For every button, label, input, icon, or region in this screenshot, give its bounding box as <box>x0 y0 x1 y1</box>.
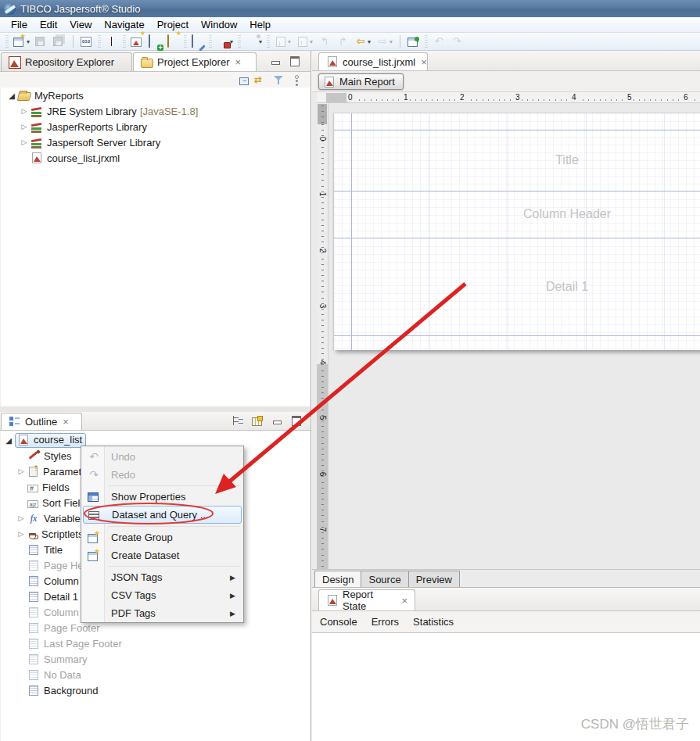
new-style-button[interactable] <box>165 34 181 49</box>
menu-item-show-properties[interactable]: Show Properties <box>83 488 242 506</box>
band-boundary-column-header[interactable] <box>334 238 700 238</box>
menu-item-pdf-tags[interactable]: PDF Tags ▶ <box>83 604 242 622</box>
minimize-panel-icon[interactable] <box>270 55 281 65</box>
menu-item-csv-tags[interactable]: CSV Tags ▶ <box>83 586 242 604</box>
tree-item-course-list-jrxml[interactable]: course_list.jrxml <box>1 150 310 166</box>
design-canvas-zone: 0 1 2 3 4 5 6 0 1 2 3 4 5 6 7 <box>312 92 700 569</box>
menu-help[interactable]: Help <box>243 17 277 32</box>
close-tab-icon[interactable]: × <box>401 595 407 607</box>
tree-item-jasperreports-library[interactable]: ▷ JasperReports Library <box>1 119 310 134</box>
undo-button[interactable]: ↶ <box>431 34 447 49</box>
menu-edit[interactable]: Edit <box>34 17 63 32</box>
import-icon <box>276 37 285 47</box>
expander-icon[interactable]: ▷ <box>15 467 27 475</box>
menu-item-create-group[interactable]: Create Group <box>83 528 242 546</box>
back-curved-icon: ↰ <box>318 35 331 48</box>
binary-file-button[interactable]: 010 <box>79 34 95 49</box>
tab-outline[interactable]: Outline × <box>1 413 82 430</box>
maximize-panel-icon[interactable] <box>289 55 300 65</box>
back-history-button[interactable]: ⇦▾ <box>353 34 372 49</box>
band-icon <box>29 639 38 649</box>
menu-item-dataset-and-query[interactable]: Dataset and Query ... <box>83 506 242 524</box>
tree-item-jaspersoft-server-library[interactable]: ▷ Jaspersoft Server Library <box>1 134 310 150</box>
report-state-links: Console Errors Statistics <box>312 611 700 632</box>
new-datasource-button[interactable] <box>147 34 163 49</box>
outline-item-background-band[interactable]: Background <box>1 682 310 698</box>
close-tab-icon[interactable]: × <box>63 416 69 428</box>
restore-panel-icon[interactable] <box>290 415 301 424</box>
tab-label: Repository Explorer <box>25 56 114 68</box>
import-button[interactable]: ▾ <box>273 34 293 49</box>
close-tab-icon[interactable]: × <box>235 56 241 68</box>
collapse-all-icon[interactable] <box>239 77 249 85</box>
main-report-button[interactable]: Main Report <box>318 73 404 90</box>
tab-design[interactable]: Design <box>314 571 361 587</box>
redo-button[interactable]: ↷ <box>449 34 465 49</box>
menu-item-create-dataset[interactable]: Create Dataset <box>83 546 242 564</box>
next-edit-forward-button[interactable]: ↱ <box>335 34 350 49</box>
band-boundary-detail[interactable] <box>334 335 700 336</box>
link-statistics[interactable]: Statistics <box>413 616 454 628</box>
save-all-button[interactable] <box>52 34 67 49</box>
edit-datasource-button[interactable] <box>190 34 206 49</box>
submenu-arrow-icon: ▶ <box>230 574 235 582</box>
menu-view[interactable]: View <box>63 17 98 32</box>
menu-item-json-tags[interactable]: JSON Tags ▶ <box>83 568 242 586</box>
tree-item-myreports[interactable]: ◢ MyReports <box>1 88 310 103</box>
new-report-button[interactable] <box>129 34 145 49</box>
tab-source[interactable]: Source <box>361 571 408 587</box>
band-icon <box>29 654 38 664</box>
window-title: TIBCO Jaspersoft® Studio <box>20 3 140 15</box>
new-wizard-button[interactable]: ▾ <box>12 34 31 49</box>
filter-icon[interactable] <box>272 73 285 86</box>
expander-icon[interactable]: ◢ <box>5 91 18 100</box>
menu-item-redo[interactable]: ↷ Redo <box>83 466 242 484</box>
save-button[interactable] <box>34 34 49 49</box>
run-report-button[interactable]: ▾ <box>215 34 235 49</box>
forward-arrow-icon: ⇨ <box>376 35 389 48</box>
publish-button[interactable]: ▾ <box>244 34 264 49</box>
outline-item-last-page-footer-band[interactable]: Last Page Footer <box>1 635 310 651</box>
last-edit-back-button[interactable]: ↰ <box>317 34 332 49</box>
expander-icon[interactable]: ▷ <box>15 514 27 522</box>
tree-item-jre-library[interactable]: ▷ JRE System Library [JavaSE-1.8] <box>1 103 310 119</box>
app-logo-icon <box>4 3 16 15</box>
outline-item-no-data-band[interactable]: No Data <box>1 667 310 682</box>
menu-item-undo[interactable]: ↶ Undo <box>83 448 242 466</box>
report-state-panel: Report State × Console Errors Statistics… <box>312 588 700 741</box>
outline-item-summary-band[interactable]: Summary <box>1 651 310 667</box>
band-icon <box>29 592 38 602</box>
menu-file[interactable]: File <box>5 17 34 32</box>
debug-button[interactable] <box>104 34 120 49</box>
link-with-editor-icon[interactable]: ⇄ <box>254 73 267 86</box>
link-errors[interactable]: Errors <box>372 616 399 628</box>
menu-project[interactable]: Project <box>151 17 195 32</box>
forward-history-button[interactable]: ⇨▾ <box>375 34 394 49</box>
menu-window[interactable]: Window <box>195 17 243 32</box>
expander-icon[interactable]: ▷ <box>18 123 31 131</box>
expander-icon[interactable]: ▷ <box>18 107 31 115</box>
band-boundary-title[interactable] <box>334 191 700 192</box>
export-button[interactable]: ▾ <box>295 34 314 49</box>
band-boundary-top-margin[interactable] <box>334 130 700 131</box>
expander-icon[interactable]: ▷ <box>18 138 31 146</box>
jrxml-file-icon <box>328 56 337 67</box>
outline-tab-row: Outline × <box>0 412 311 431</box>
link-console[interactable]: Console <box>320 616 357 628</box>
report-page-canvas[interactable]: Title Column Header Detail 1 <box>334 113 700 350</box>
tab-repository-explorer[interactable]: Repository Explorer <box>1 52 132 71</box>
expander-icon[interactable]: ◢ <box>2 436 15 445</box>
show-as-table-icon[interactable] <box>252 417 262 426</box>
tab-project-explorer[interactable]: Project Explorer × <box>133 52 257 71</box>
panel-sash[interactable] <box>0 406 311 412</box>
minimize-panel-icon[interactable] <box>271 415 282 424</box>
tab-preview[interactable]: Preview <box>408 571 460 587</box>
tab-report-state[interactable]: Report State × <box>318 589 415 610</box>
close-tab-icon[interactable]: × <box>421 56 427 68</box>
expand-layout-icon[interactable] <box>231 415 243 428</box>
view-menu-icon[interactable] <box>290 73 303 86</box>
pin-editor-button[interactable] <box>406 34 422 49</box>
menu-item-label: JSON Tags <box>111 571 163 583</box>
tab-course-list-jrxml[interactable]: course_list.jrxml × <box>318 52 428 70</box>
expander-icon[interactable]: ▷ <box>15 530 27 538</box>
